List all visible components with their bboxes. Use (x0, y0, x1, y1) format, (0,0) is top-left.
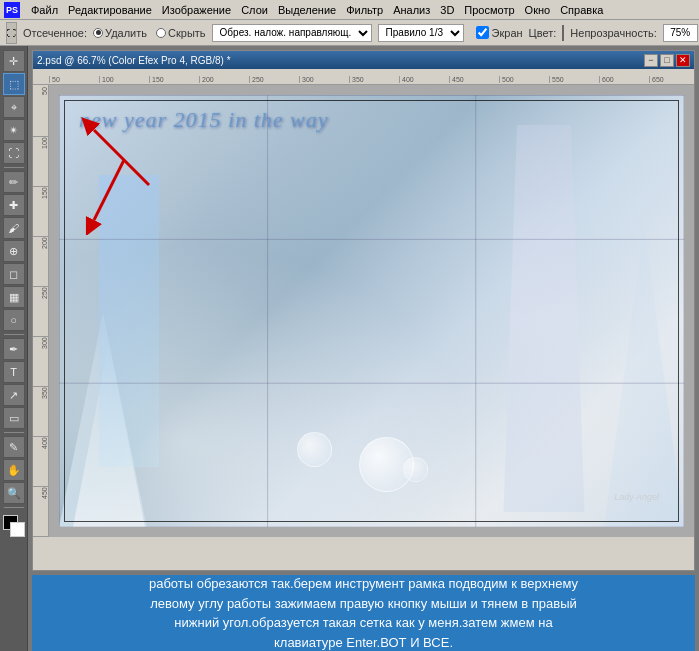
canvas-area: 2.psd @ 66.7% (Color Efex Pro 4, RGB/8) … (28, 46, 699, 651)
tool-separator-3 (4, 432, 24, 433)
tool-colors[interactable] (3, 515, 25, 537)
ruler-v-mark: 150 (33, 187, 48, 237)
ruler-h-mark: 250 (249, 76, 299, 83)
ruler-v-mark: 300 (33, 337, 48, 387)
tool-path-select[interactable]: ↗ (3, 384, 25, 406)
bottom-info-text: работы обрезаются так.берем инструмент р… (149, 574, 578, 651)
menu-layers[interactable]: Слои (236, 4, 273, 16)
ruler-v-mark: 450 (33, 487, 48, 537)
opacity-label: Непрозрачность: (570, 27, 656, 39)
menu-edit[interactable]: Редактирование (63, 4, 157, 16)
ruler-h-mark: 500 (499, 76, 549, 83)
screen-label: Экран (492, 27, 523, 39)
radio-delete-btn[interactable] (93, 28, 103, 38)
ruler-h-mark: 650 (649, 76, 694, 83)
ruler-h-mark: 100 (99, 76, 149, 83)
tool-gradient[interactable]: ▦ (3, 286, 25, 308)
tool-move[interactable]: ✛ (3, 50, 25, 72)
ruler-v-mark: 50 (33, 87, 48, 137)
ruler-h-mark: 400 (399, 76, 449, 83)
ruler-v-mark: 250 (33, 287, 48, 337)
document-titlebar: 2.psd @ 66.7% (Color Efex Pro 4, RGB/8) … (33, 51, 694, 69)
menu-3d[interactable]: 3D (435, 4, 459, 16)
radio-group-clip: Удалить Скрыть (93, 27, 206, 39)
tool-type[interactable]: T (3, 361, 25, 383)
ruler-h-mark: 450 (449, 76, 499, 83)
background-color[interactable] (10, 522, 25, 537)
doc-maximize-btn[interactable]: □ (660, 54, 674, 67)
rule-select[interactable]: Правило 1/3 (378, 24, 464, 42)
image-canvas[interactable]: new year 2015 in the way (49, 85, 694, 537)
tool-separator-1 (4, 167, 24, 168)
menu-image[interactable]: Изображение (157, 4, 236, 16)
tool-eraser[interactable]: ◻ (3, 263, 25, 285)
screen-checkbox[interactable] (476, 26, 489, 39)
ruler-h-mark: 150 (149, 76, 199, 83)
ruler-h-mark: 50 (49, 76, 99, 83)
tool-brush[interactable]: 🖌 (3, 217, 25, 239)
tool-notes[interactable]: ✎ (3, 436, 25, 458)
radio-hide-btn[interactable] (156, 28, 166, 38)
ruler-v-mark: 200 (33, 237, 48, 287)
main-area: ✛ ⬚ ⌖ ✴ ⛶ ✏ ✚ 🖌 ⊕ ◻ ▦ ○ ✒ T ↗ ▭ ✎ ✋ 🔍 2.… (0, 46, 699, 651)
menu-file[interactable]: Файл (26, 4, 63, 16)
tool-marquee[interactable]: ⬚ (3, 73, 25, 95)
ruler-h-mark: 300 (299, 76, 349, 83)
tool-dodge[interactable]: ○ (3, 309, 25, 331)
radio-delete[interactable]: Удалить (93, 27, 147, 39)
opacity-input[interactable] (663, 24, 698, 42)
document-title: 2.psd @ 66.7% (Color Efex Pro 4, RGB/8) … (37, 55, 231, 66)
canvas-row: 50 100 150 200 250 300 350 400 450 (33, 85, 694, 537)
menu-help[interactable]: Справка (555, 4, 608, 16)
document-window: 2.psd @ 66.7% (Color Efex Pro 4, RGB/8) … (32, 50, 695, 571)
watermark: Lady Angel (614, 492, 659, 502)
canvas-image-content: new year 2015 in the way (59, 95, 684, 527)
ruler-horizontal: 50 100 150 200 250 300 350 400 450 500 5… (33, 69, 694, 85)
doc-minimize-btn[interactable]: − (644, 54, 658, 67)
menu-analysis[interactable]: Анализ (388, 4, 435, 16)
tool-heal[interactable]: ✚ (3, 194, 25, 216)
arrow-annotation-2 (84, 155, 144, 235)
ruler-h-mark: 600 (599, 76, 649, 83)
options-bar: ⛶ Отсеченное: Удалить Скрыть Обрез. нало… (0, 20, 699, 46)
ps-logo: PS (4, 2, 20, 18)
radio-hide[interactable]: Скрыть (156, 27, 206, 39)
color-label: Цвет: (529, 27, 557, 39)
left-toolbar: ✛ ⬚ ⌖ ✴ ⛶ ✏ ✚ 🖌 ⊕ ◻ ▦ ○ ✒ T ↗ ▭ ✎ ✋ 🔍 (0, 46, 28, 651)
tool-shape[interactable]: ▭ (3, 407, 25, 429)
tool-pen[interactable]: ✒ (3, 338, 25, 360)
tool-eyedropper[interactable]: ✏ (3, 171, 25, 193)
tool-clone[interactable]: ⊕ (3, 240, 25, 262)
ruler-v-mark: 400 (33, 437, 48, 487)
tool-crop[interactable]: ⛶ (3, 142, 25, 164)
ruler-vertical: 50 100 150 200 250 300 350 400 450 (33, 85, 49, 537)
doc-close-btn[interactable]: ✕ (676, 54, 690, 67)
ruler-v-mark: 100 (33, 137, 48, 187)
tool-separator-4 (4, 507, 24, 508)
ruler-h-mark: 550 (549, 76, 599, 83)
document-controls: − □ ✕ (644, 54, 690, 67)
overlay-select[interactable]: Обрез. налож. направляющ. (212, 24, 372, 42)
svg-line-3 (94, 160, 124, 220)
color-swatch[interactable] (562, 25, 564, 41)
ruler-h-mark: 350 (349, 76, 399, 83)
ruler-v-mark: 350 (33, 387, 48, 437)
ruler-h-marks: 50 100 150 200 250 300 350 400 450 500 5… (49, 76, 694, 83)
ruler-h-mark: 200 (199, 76, 249, 83)
tool-magic-wand[interactable]: ✴ (3, 119, 25, 141)
tool-zoom[interactable]: 🔍 (3, 482, 25, 504)
menu-filter[interactable]: Фильтр (341, 4, 388, 16)
menu-select[interactable]: Выделение (273, 4, 341, 16)
tool-separator-2 (4, 334, 24, 335)
menu-window[interactable]: Окно (520, 4, 556, 16)
bottom-info-panel: работы обрезаются так.берем инструмент р… (32, 575, 695, 651)
menu-bar: PS Файл Редактирование Изображение Слои … (0, 0, 699, 20)
tool-hand[interactable]: ✋ (3, 459, 25, 481)
clip-label: Отсеченное: (23, 27, 87, 39)
tool-lasso[interactable]: ⌖ (3, 96, 25, 118)
tool-options-icon[interactable]: ⛶ (6, 22, 17, 44)
menu-view[interactable]: Просмотр (459, 4, 519, 16)
